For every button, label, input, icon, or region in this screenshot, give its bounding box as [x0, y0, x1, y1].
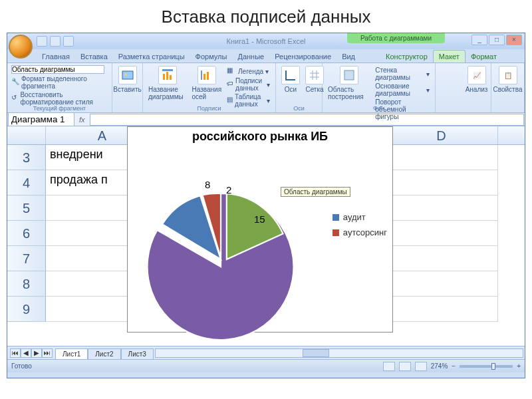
sheet-tab-1[interactable]: Лист1	[55, 348, 88, 359]
properties-icon: 📋	[499, 66, 517, 84]
tab-format[interactable]: Формат	[466, 51, 502, 63]
chart-floor-button[interactable]: Основание диаграммы ▾	[374, 82, 431, 98]
pie-chart[interactable]	[148, 194, 294, 340]
row-header[interactable]: 8	[7, 271, 46, 297]
svg-rect-4	[170, 75, 172, 80]
row-header[interactable]: 7	[7, 246, 46, 271]
axes-button[interactable]: Оси	[279, 65, 303, 94]
quick-access-toolbar	[37, 36, 74, 47]
tab-nav-last[interactable]: ⏭	[42, 348, 53, 358]
qat-undo-icon[interactable]	[50, 36, 61, 47]
picture-icon	[118, 66, 137, 84]
cell[interactable]	[385, 145, 498, 170]
cell[interactable]	[385, 196, 498, 221]
office-button[interactable]	[9, 35, 33, 59]
svg-rect-6	[203, 74, 205, 80]
plot-area-button[interactable]: Область построения	[325, 65, 372, 122]
zoom-thumb[interactable]	[491, 363, 495, 370]
cell[interactable]	[385, 246, 498, 271]
cell[interactable]	[385, 221, 498, 246]
axis-titles-icon	[198, 66, 216, 84]
legend-item[interactable]: аудит	[332, 212, 387, 222]
titlebar: Книга1 - Microsoft Excel Работа с диагра…	[7, 33, 525, 49]
maximize-button[interactable]: □	[489, 35, 505, 45]
data-labels-icon: 🏷	[227, 80, 233, 89]
view-page-break-button[interactable]	[415, 362, 427, 371]
group-labels: Подписи	[143, 105, 275, 112]
chart-title-button[interactable]: Название диаграммы	[146, 65, 190, 110]
excel-window: Книга1 - Microsoft Excel Работа с диагра…	[7, 33, 525, 378]
tab-nav-first[interactable]: ⏮	[10, 348, 21, 358]
analysis-button[interactable]: 📈Анализ	[465, 65, 488, 94]
qat-redo-icon[interactable]	[63, 36, 74, 47]
chart-wall-button[interactable]: Стенка диаграммы ▾	[374, 66, 431, 82]
data-label-1[interactable]: 8	[205, 179, 210, 190]
tab-design[interactable]: Конструктор	[380, 51, 433, 63]
tab-data[interactable]: Данные	[232, 51, 269, 63]
view-page-layout-button[interactable]	[399, 362, 411, 371]
close-button[interactable]: ×	[506, 35, 522, 45]
data-labels-button[interactable]: 🏷Подписи данных ▾	[225, 76, 271, 92]
ribbon: 🔧Формат выделенного фрагмента ↺Восстанов…	[7, 63, 525, 113]
ribbon-tabs: Главная Вставка Разметка страницы Формул…	[7, 49, 525, 63]
legend-item[interactable]: аутсорсинг	[332, 227, 387, 237]
properties-button[interactable]: 📋Свойства	[494, 65, 521, 94]
tab-view[interactable]: Вид	[336, 51, 360, 63]
sheet-tab-2[interactable]: Лист2	[88, 348, 120, 359]
tab-nav-prev[interactable]: ◀	[21, 348, 31, 358]
cell[interactable]	[385, 297, 498, 322]
zoom-level[interactable]: 274%	[431, 362, 448, 370]
tab-layout[interactable]: Макет	[433, 50, 466, 63]
plot-area-icon	[340, 66, 358, 84]
minimize-button[interactable]: _	[471, 35, 487, 45]
data-label-3[interactable]: 15	[254, 213, 265, 225]
cell[interactable]	[385, 170, 498, 196]
svg-rect-3	[166, 72, 168, 80]
row-header[interactable]: 6	[7, 221, 46, 246]
chart-title-text[interactable]: российского рынка ИБ	[128, 127, 392, 146]
format-selection-button[interactable]: 🔧Формат выделенного фрагмента	[10, 74, 109, 90]
formula-bar: fx	[7, 113, 525, 126]
chart-object[interactable]: российского рынка ИБ Область диаграммы 8…	[127, 126, 393, 332]
grid-icon	[305, 66, 324, 84]
axis-titles-button[interactable]: Названия осей	[190, 65, 225, 110]
reset-style-button[interactable]: ↺Восстановить форматирование стиля	[10, 90, 109, 106]
zoom-out-button[interactable]: −	[452, 362, 456, 370]
qat-save-icon[interactable]	[37, 36, 47, 47]
group-current-selection: Текущий фрагмент	[7, 105, 112, 112]
tab-review[interactable]: Рецензирование	[269, 51, 336, 63]
row-header[interactable]: 3	[7, 145, 46, 170]
zoom-slider[interactable]	[460, 365, 513, 368]
status-bar: Готово 274% − +	[7, 359, 525, 372]
row-header[interactable]: 4	[7, 170, 46, 196]
row-header[interactable]: 9	[7, 297, 46, 322]
fx-icon[interactable]: fx	[75, 116, 89, 124]
tab-insert[interactable]: Вставка	[75, 51, 113, 63]
tab-formulas[interactable]: Формулы	[190, 51, 233, 63]
legend-button[interactable]: ▦Легенда ▾	[225, 66, 271, 76]
chart-tools-label: Работа с диаграммами	[347, 33, 445, 43]
sheet-tab-3[interactable]: Лист3	[121, 348, 154, 359]
horizontal-scrollbar[interactable]	[155, 348, 523, 358]
insert-button[interactable]: Вставить	[115, 65, 140, 94]
scrollbar-thumb[interactable]	[303, 349, 329, 357]
chart-element-selector[interactable]	[11, 65, 104, 74]
name-box[interactable]	[8, 112, 74, 126]
zoom-in-button[interactable]: +	[517, 362, 521, 370]
select-all-corner[interactable]	[7, 126, 46, 144]
tab-nav-next[interactable]: ▶	[31, 348, 42, 358]
tab-page-layout[interactable]: Разметка страницы	[113, 51, 190, 63]
group-background: Фон	[323, 105, 435, 112]
chart-legend[interactable]: аудит аутсорсинг	[332, 207, 387, 243]
row-header[interactable]: 5	[7, 196, 46, 221]
view-normal-button[interactable]	[383, 362, 395, 371]
column-header-d[interactable]: D	[385, 126, 498, 144]
data-label-2[interactable]: 2	[226, 184, 231, 196]
cell[interactable]	[385, 271, 498, 297]
legend-swatch-icon	[332, 214, 339, 221]
axes-icon	[281, 66, 300, 84]
tab-home[interactable]: Главная	[37, 51, 75, 63]
svg-rect-0	[122, 71, 133, 79]
formula-input[interactable]	[90, 114, 524, 126]
chart-title-icon	[158, 66, 177, 84]
